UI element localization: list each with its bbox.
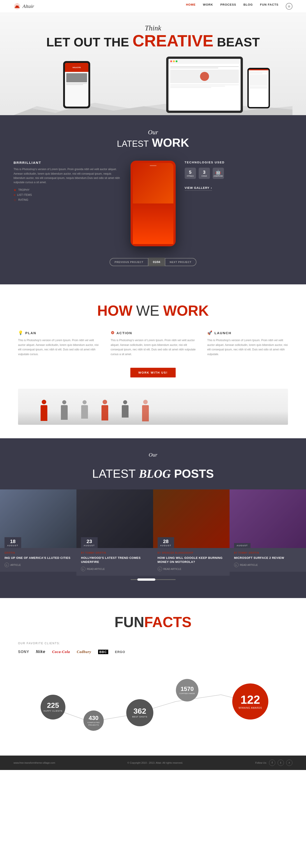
read-label-2: READ ARTICLE (87, 568, 105, 570)
blog-title-4: MICROSOFT SURFACE 2 REVIEW (234, 556, 302, 560)
work-right-panel: TECHNOLOGIES USED 5 HTML5 3 CSS3 🤖 ANDRO… (185, 161, 293, 191)
blog-card-2: 23 AUGUST BY TOMMY GRIFFIN HOLLYWOOD'S L… (77, 490, 153, 576)
blog-card-4-body: BY TOMMY GRIFFIN MICROSOFT SURFACE 2 REV… (229, 548, 306, 572)
blog-slider[interactable] (131, 579, 176, 580)
plan-desc: This is Photoshop's version of Lorem Ips… (18, 338, 102, 356)
client-cadbury: Cadbury (77, 650, 91, 654)
nav-blog[interactable]: BLOG (243, 3, 253, 10)
blog-title-1: ING UP ONE OF AMERICA'S LLUTED CITIES (4, 556, 72, 560)
blog-card-2-body: BY TOMMY GRIFFIN HOLLYWOOD'S LATEST TREN… (77, 548, 153, 576)
hero-think: Think (13, 24, 293, 32)
work-content: BRRRILLIANT This is Photoshop's version … (13, 161, 293, 246)
nav-process[interactable]: PROCESS (220, 3, 236, 10)
blog-slider-thumb[interactable] (137, 579, 156, 581)
blog-title-main: LATEST BLOG POSTS (0, 467, 306, 480)
logo-text: Altair (23, 3, 34, 9)
blog-card-4-image: AUGUST (229, 490, 306, 548)
project-counter: 01/04 (148, 257, 165, 266)
prev-project-button[interactable]: PREVIOUS PROJECT (110, 258, 148, 266)
client-cocacola: Coca-Cola (52, 650, 70, 654)
read-article-2[interactable]: ▷ READ ARTICLE (81, 567, 148, 571)
phone-screen (133, 163, 173, 244)
feature-trophy: ★ TROPHY (13, 188, 121, 192)
android-label: ANDROID (214, 175, 223, 177)
blog-date-month-1: AUGUST (7, 545, 19, 547)
read-article-3[interactable]: ▷ READ ARTICLE (158, 567, 225, 571)
fun-text: FUN (115, 614, 144, 630)
tablet-mockup (166, 57, 243, 113)
stat-awards-num: 122 (241, 694, 260, 706)
process-action: ⚙ ACTION This is Photoshop's version of … (111, 330, 198, 356)
feature-2-label: LIST ITEMS (17, 193, 32, 196)
blog-card-1-body: GRIFFIN ING UP ONE OF AMERICA'S LLUTED C… (0, 548, 77, 572)
work-section-title: Our LATEST WORK (13, 129, 293, 149)
hero-creative: CREATIVE (133, 32, 214, 50)
phone-mockup-right (247, 68, 270, 108)
process-section: HOW WE WORK 💡 PLAN This is Photoshop's v… (0, 284, 306, 438)
blog-card-2-image: 23 AUGUST (77, 490, 153, 548)
follow-label: Follow Us: (255, 762, 267, 764)
hero-devices: SOLICITE (13, 57, 293, 115)
facebook-icon[interactable]: f (269, 760, 275, 766)
header: Altair HOME WORK PROCESS BLOG FUN FACTS … (0, 0, 306, 13)
blog-date-badge-3: 28 AUGUST (158, 537, 174, 548)
project-title: BRRRILLIANT (13, 161, 121, 164)
footer: www.free-transformtheme-village.com © Co… (0, 755, 306, 770)
image-overlay-4 (229, 490, 306, 548)
lightbulb-icon: 💡 (18, 330, 24, 335)
project-desc: This is Photoshop's version of Lorem Ips… (13, 167, 121, 185)
stat-clients-label: HAPPY CLIENTS (44, 710, 62, 713)
html5-icon: 5 HTML5 (185, 168, 196, 179)
read-icon-2: ▷ (81, 567, 85, 571)
blog-date-badge-4: AUGUST (234, 543, 251, 548)
stat-clients-num: 225 (47, 702, 59, 709)
client-sony: SONY (18, 650, 29, 654)
project-navigation: PREVIOUS PROJECT 01/04 NEXT PROJECT (13, 257, 293, 266)
client-ergo: ERGO (115, 650, 125, 654)
hero-title: Think LET OUT THE CREATIVE BEAST (13, 24, 293, 50)
work-title: LATEST WORK (13, 136, 293, 149)
css3-label: CSS3 (202, 175, 207, 177)
read-article-1[interactable]: ▷ ARTICLE (4, 563, 72, 567)
clients-logos: SONY Nike Coca-Cola Cadbury BBC ERGO (18, 649, 288, 654)
plan-title: 💡 PLAN (18, 330, 102, 335)
hero-beast: BEAST (217, 35, 260, 49)
blog-author-1: GRIFFIN (4, 552, 72, 554)
tech-title: TECHNOLOGIES USED (185, 161, 293, 164)
blog-card-1-image: 18 AUGUST (0, 490, 77, 548)
footer-follow: Follow Us: f t r (255, 760, 293, 766)
phone-mockup-left: SOLICITE (63, 61, 90, 108)
blog-posts: POSTS (174, 467, 214, 480)
twitter-icon[interactable]: t (278, 760, 284, 766)
nav-work[interactable]: WORK (203, 3, 213, 10)
work-with-us-button[interactable]: WORK WITH US! (130, 368, 176, 377)
launch-title: 🚀 LAUNCH (207, 330, 288, 335)
feature-rating: ☆ RATING (13, 198, 121, 202)
read-article-4[interactable]: ▷ READ ARTICLE (234, 563, 302, 567)
blog-title-3: HOW LONG WILL GOOGLE KEEP BURNING MONEY … (158, 556, 225, 564)
process-how: HOW WE WORK (97, 313, 209, 316)
stat-completed-projects: 430 COMPLETED PROJECTS (83, 711, 104, 731)
work-section: Our LATEST WORK BRRRILLIANT This is Phot… (0, 115, 306, 284)
stat-projects-label: COMPLETED PROJECTS (83, 721, 104, 726)
gear-icon: ⚙ (111, 330, 115, 335)
work-phone-mockup (131, 161, 176, 246)
rating-icon: ☆ (13, 198, 17, 202)
chevron-right-icon: › (211, 186, 212, 189)
search-icon[interactable]: ⊕ (286, 3, 293, 10)
feature-3-label: RATING (18, 198, 28, 202)
rss-icon[interactable]: r (286, 760, 293, 766)
process-title: HOW WE WORK (18, 302, 288, 319)
next-project-button[interactable]: NEXT PROJECT (165, 258, 196, 266)
nav-home[interactable]: HOME (186, 3, 196, 10)
blog-author-4: BY TOMMY GRIFFIN (234, 552, 302, 554)
blog-card-1: 18 AUGUST GRIFFIN ING UP ONE OF AMERICA'… (0, 490, 77, 576)
stat-awards-label: WINNING AWARDS (239, 707, 262, 709)
blog-date-badge-2: 23 AUGUST (81, 537, 98, 548)
stat-best-shots: 362 BEST SHOTS (126, 699, 154, 726)
blog-card-4: AUGUST BY TOMMY GRIFFIN MICROSOFT SURFAC… (229, 490, 306, 576)
logo[interactable]: Altair (13, 3, 34, 10)
view-gallery-button[interactable]: VIEW GALLERY › (185, 186, 212, 191)
nav-funfacts[interactable]: FUN FACTS (260, 3, 278, 10)
blog-latest: LATEST (92, 467, 136, 480)
